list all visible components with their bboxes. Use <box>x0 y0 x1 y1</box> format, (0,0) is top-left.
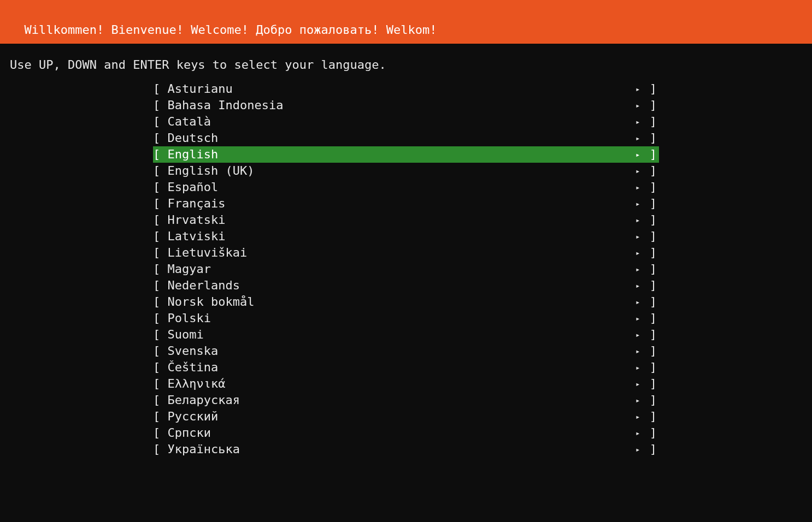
bracket-close: ] <box>643 425 659 441</box>
language-menu[interactable]: [ Asturianu▸ ][ Bahasa Indonesia▸ ][ Cat… <box>0 81 812 458</box>
chevron-right-icon: ▸ <box>633 212 643 228</box>
language-item[interactable]: [ Русский▸ ] <box>153 408 659 425</box>
language-item[interactable]: [ Español▸ ] <box>153 179 659 195</box>
bracket-open: [ <box>153 245 167 261</box>
bracket-close: ] <box>643 195 659 212</box>
language-item-label: Hrvatski <box>167 212 633 228</box>
bracket-close: ] <box>643 359 659 376</box>
language-item-label: Magyar <box>167 261 633 277</box>
bracket-open: [ <box>153 114 167 130</box>
chevron-right-icon: ▸ <box>633 163 643 179</box>
bracket-open: [ <box>153 359 167 376</box>
chevron-right-icon: ▸ <box>633 359 643 376</box>
language-item[interactable]: [ Français▸ ] <box>153 195 659 212</box>
language-item-label: Русский <box>167 408 633 425</box>
language-item-label: Svenska <box>167 343 633 359</box>
language-item[interactable]: [ Svenska▸ ] <box>153 343 659 359</box>
bracket-close: ] <box>643 245 659 261</box>
bracket-close: ] <box>643 277 659 294</box>
language-item-label: Latviski <box>167 228 633 245</box>
language-item-label: Lietuviškai <box>167 245 633 261</box>
language-item[interactable]: [ Català▸ ] <box>153 114 659 130</box>
bracket-close: ] <box>643 114 659 130</box>
bracket-close: ] <box>643 228 659 245</box>
language-item-label: Deutsch <box>167 130 633 146</box>
language-item[interactable]: [ Magyar▸ ] <box>153 261 659 277</box>
language-item-label: Српски <box>167 425 633 441</box>
language-item-label: Norsk bokmål <box>167 294 633 310</box>
language-item-label: English (UK) <box>167 163 633 179</box>
language-item[interactable]: [ Hrvatski▸ ] <box>153 212 659 228</box>
language-item-label: Polski <box>167 310 633 327</box>
bracket-close: ] <box>643 343 659 359</box>
language-item[interactable]: [ Nederlands▸ ] <box>153 277 659 294</box>
language-item-label: Asturianu <box>167 81 633 97</box>
bracket-open: [ <box>153 277 167 294</box>
language-item-label: Nederlands <box>167 277 633 294</box>
bracket-open: [ <box>153 343 167 359</box>
bracket-close: ] <box>643 441 659 458</box>
bracket-open: [ <box>153 195 167 212</box>
header-bar: Willkommen! Bienvenue! Welcome! Добро по… <box>0 0 812 44</box>
language-item-label: English <box>167 146 633 163</box>
bracket-close: ] <box>643 261 659 277</box>
language-item[interactable]: [ Čeština▸ ] <box>153 359 659 376</box>
language-item[interactable]: [ Deutsch▸ ] <box>153 130 659 146</box>
language-item-label: Ελληνικά <box>167 376 633 392</box>
language-item-label: Українська <box>167 441 633 458</box>
bracket-open: [ <box>153 146 167 163</box>
chevron-right-icon: ▸ <box>633 327 643 343</box>
language-item[interactable]: [ Српски▸ ] <box>153 425 659 441</box>
bracket-close: ] <box>643 163 659 179</box>
bracket-close: ] <box>643 146 659 163</box>
bracket-open: [ <box>153 294 167 310</box>
language-item[interactable]: [ Lietuviškai▸ ] <box>153 245 659 261</box>
chevron-right-icon: ▸ <box>633 294 643 310</box>
language-item[interactable]: [ Українська▸ ] <box>153 441 659 458</box>
bracket-open: [ <box>153 376 167 392</box>
chevron-right-icon: ▸ <box>633 408 643 425</box>
chevron-right-icon: ▸ <box>633 228 643 245</box>
bracket-open: [ <box>153 327 167 343</box>
language-item[interactable]: [ Asturianu▸ ] <box>153 81 659 97</box>
language-item[interactable]: [ Norsk bokmål▸ ] <box>153 294 659 310</box>
chevron-right-icon: ▸ <box>633 245 643 261</box>
bracket-close: ] <box>643 327 659 343</box>
language-item[interactable]: [ Bahasa Indonesia▸ ] <box>153 97 659 114</box>
chevron-right-icon: ▸ <box>633 425 643 441</box>
bracket-close: ] <box>643 130 659 146</box>
language-item-label: Беларуская <box>167 392 633 408</box>
bracket-open: [ <box>153 130 167 146</box>
bracket-open: [ <box>153 408 167 425</box>
chevron-right-icon: ▸ <box>633 146 643 163</box>
chevron-right-icon: ▸ <box>633 376 643 392</box>
bracket-close: ] <box>643 97 659 114</box>
header-title: Willkommen! Bienvenue! Welcome! Добро по… <box>25 23 437 37</box>
language-item[interactable]: [ Latviski▸ ] <box>153 228 659 245</box>
language-item-label: Español <box>167 179 633 195</box>
chevron-right-icon: ▸ <box>633 310 643 327</box>
bracket-close: ] <box>643 376 659 392</box>
language-item-label: Bahasa Indonesia <box>167 97 633 114</box>
language-item[interactable]: [ Ελληνικά▸ ] <box>153 376 659 392</box>
chevron-right-icon: ▸ <box>633 195 643 212</box>
chevron-right-icon: ▸ <box>633 277 643 294</box>
bracket-close: ] <box>643 294 659 310</box>
language-item[interactable]: [ Polski▸ ] <box>153 310 659 327</box>
chevron-right-icon: ▸ <box>633 130 643 146</box>
language-item[interactable]: [ English (UK)▸ ] <box>153 163 659 179</box>
bracket-open: [ <box>153 81 167 97</box>
bracket-open: [ <box>153 212 167 228</box>
bracket-open: [ <box>153 179 167 195</box>
language-item-label: Français <box>167 195 633 212</box>
chevron-right-icon: ▸ <box>633 392 643 408</box>
bracket-open: [ <box>153 261 167 277</box>
chevron-right-icon: ▸ <box>633 97 643 114</box>
language-item[interactable]: [ English▸ ] <box>153 146 659 163</box>
language-item[interactable]: [ Беларуская▸ ] <box>153 392 659 408</box>
language-item[interactable]: [ Suomi▸ ] <box>153 327 659 343</box>
chevron-right-icon: ▸ <box>633 441 643 458</box>
bracket-open: [ <box>153 392 167 408</box>
bracket-close: ] <box>643 392 659 408</box>
chevron-right-icon: ▸ <box>633 114 643 130</box>
